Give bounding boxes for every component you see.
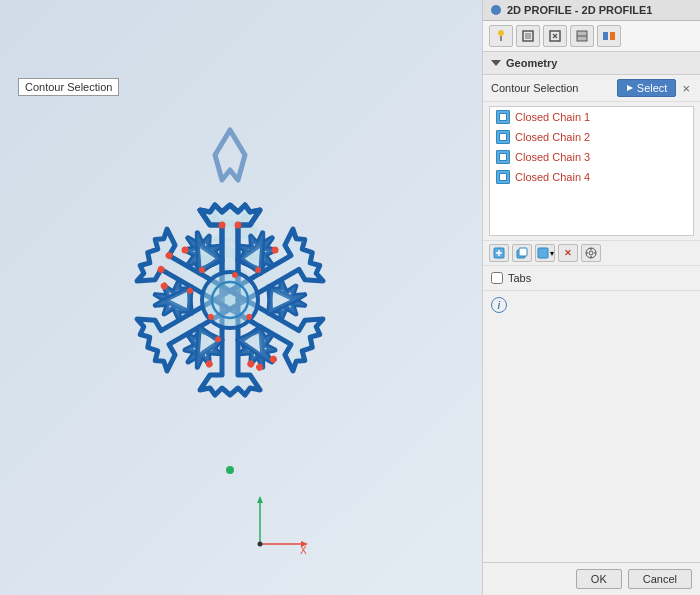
chain-icon-1 [496,110,510,124]
contour-selection-text: Contour Selection [491,82,613,94]
toolbar-btn-5[interactable] [597,25,621,47]
chain-icon-2 [496,130,510,144]
svg-text:X: X [300,545,307,554]
close-contour-button[interactable]: × [680,81,692,96]
tabs-checkbox[interactable] [491,272,503,284]
toolbar-btn-4[interactable] [570,25,594,47]
chain-icon-4 [496,170,510,184]
svg-point-3 [235,222,242,229]
cancel-button[interactable]: Cancel [628,569,692,589]
svg-point-14 [255,267,261,273]
settings-chain-button[interactable] [581,244,601,262]
svg-marker-39 [627,85,633,91]
copy-chain-button[interactable] [512,244,532,262]
svg-marker-23 [257,496,263,503]
svg-point-4 [219,222,226,229]
bottom-button-bar: OK Cancel [483,562,700,595]
tabs-label: Tabs [508,272,531,284]
svg-rect-31 [525,33,531,39]
svg-point-5 [272,247,279,254]
delete-chain-button[interactable]: ✕ [558,244,578,262]
svg-point-46 [589,251,593,255]
chain-action-bar: ▾ ✕ [483,240,700,265]
panel-title: 2D PROFILE - 2D PROFILE1 [507,4,652,16]
chain-label-2: Closed Chain 2 [515,131,590,143]
geometry-section-header: Geometry [483,52,700,75]
panel-title-bar: 2D PROFILE - 2D PROFILE1 [483,0,700,21]
right-panel: 2D PROFILE - 2D PROFILE1 Geometry Contou… [482,0,700,595]
svg-point-21 [226,466,234,474]
collapse-triangle-icon [491,60,501,66]
tabs-section: Tabs [483,265,700,290]
chain-item-2[interactable]: Closed Chain 2 [490,127,693,147]
chain-label-1: Closed Chain 1 [515,111,590,123]
ok-button[interactable]: OK [576,569,622,589]
toolbar-btn-1[interactable] [489,25,513,47]
svg-point-20 [232,272,238,278]
svg-rect-38 [610,32,615,40]
svg-point-6 [182,247,189,254]
info-icon: i [491,297,507,313]
snowflake-container: .sf-fill { fill: rgba(173, 216, 230, 0.3… [20,40,450,570]
toolbar-btn-3[interactable] [543,25,567,47]
panel-title-icon [491,5,501,15]
panel-toolbar [483,21,700,52]
svg-point-26 [258,542,263,547]
svg-point-15 [199,267,205,273]
svg-rect-37 [603,32,608,40]
svg-point-28 [498,30,504,36]
edit-chain-button[interactable]: ▾ [535,244,555,262]
svg-rect-29 [500,36,502,41]
svg-rect-44 [519,248,527,256]
select-button[interactable]: Select [617,79,677,97]
toolbar-btn-2[interactable] [516,25,540,47]
chain-icon-3 [496,150,510,164]
chain-item-4[interactable]: Closed Chain 4 [490,167,693,187]
info-section: i [483,290,700,562]
chain-label-3: Closed Chain 3 [515,151,590,163]
contour-selection-row: Contour Selection Select × [483,75,700,102]
add-chain-button[interactable] [489,244,509,262]
chain-item-1[interactable]: Closed Chain 1 [490,107,693,127]
svg-rect-45 [538,248,548,258]
coordinate-axes: X [230,494,310,557]
chain-list[interactable]: Closed Chain 1 Closed Chain 2 Closed Cha… [489,106,694,236]
geometry-label: Geometry [506,57,557,69]
chain-item-3[interactable]: Closed Chain 3 [490,147,693,167]
chain-label-4: Closed Chain 4 [515,171,590,183]
